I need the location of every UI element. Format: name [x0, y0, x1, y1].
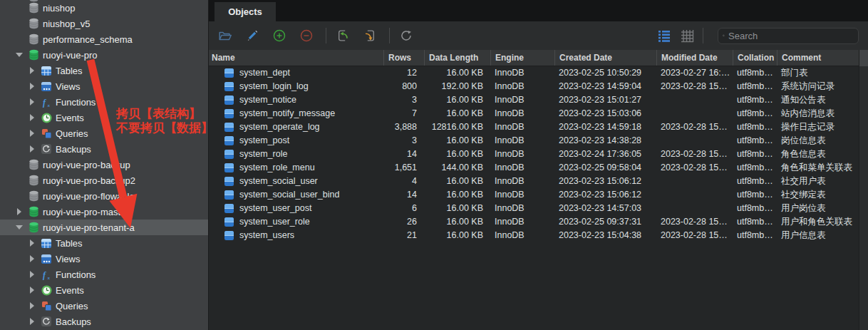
tree-item-queries[interactable]: Queries: [0, 125, 208, 141]
tab-objects[interactable]: Objects: [215, 2, 276, 21]
disclosure-collapsed-icon[interactable]: [29, 239, 36, 247]
table-row-system_role_menu[interactable]: system_role_menu1,651144.00 KBInnoDB2023…: [209, 161, 859, 175]
import-wizard-button[interactable]: [334, 26, 352, 45]
column-header-comment[interactable]: Comment: [777, 50, 859, 66]
column-header-rows[interactable]: Rows: [383, 50, 424, 66]
tree-item-ruoyi-vue-pro-tenant-a[interactable]: ruoyi-vue-pro-tenant-a: [0, 220, 208, 235]
database-green-icon: [28, 49, 39, 61]
table-row-system_operate_log[interactable]: system_operate_log3,88812816.00 KBInnoDB…: [209, 120, 859, 134]
cell-modified: [656, 134, 733, 148]
tree-item-label: performance_schema: [43, 34, 133, 45]
svg-text:x: x: [46, 275, 50, 280]
tree-item-ruoyi-vue-pro-backup[interactable]: ruoyi-vue-pro-backup: [0, 157, 208, 172]
tree-item-views[interactable]: Views: [0, 251, 208, 267]
tree-item-backups[interactable]: Backups: [0, 314, 208, 329]
queries-icon: [41, 300, 52, 311]
column-header-name[interactable]: Name: [209, 50, 383, 66]
disclosure-collapsed-icon[interactable]: [16, 208, 23, 215]
tree-item-ruoyi-vue-pro-backup2[interactable]: ruoyi-vue-pro-backup2: [0, 172, 208, 188]
cell-comment: 社交用户表: [777, 175, 859, 188]
cell-rows: 14: [383, 188, 424, 202]
table-row-system_notify_message[interactable]: system_notify_message716.00 KBInnoDB2023…: [209, 107, 859, 120]
cell-comment: 社交绑定表: [777, 188, 859, 202]
cell-engine: InnoDB: [490, 107, 554, 120]
table-name-label: system_notice: [239, 93, 296, 107]
disclosure-collapsed-icon[interactable]: [29, 302, 36, 309]
disclosure-collapsed-icon[interactable]: [29, 145, 36, 153]
search-input[interactable]: [725, 31, 854, 41]
refresh-button[interactable]: [397, 26, 415, 45]
disclosure-collapsed-icon[interactable]: [29, 255, 36, 262]
design-table-button[interactable]: [243, 26, 262, 45]
grid-view-button[interactable]: [678, 27, 696, 44]
tree-item-tables[interactable]: Tables: [0, 235, 208, 251]
tree-item-events[interactable]: Events: [0, 110, 208, 125]
disclosure-collapsed-icon[interactable]: [29, 83, 36, 90]
table-row-system_user_role[interactable]: system_user_role2616.00 KBInnoDB2023-02-…: [209, 215, 859, 229]
open-table-button[interactable]: [216, 26, 234, 45]
tree-item-niushop[interactable]: niushop: [0, 0, 208, 16]
tree-item-label: ruoyi-vue-pro: [43, 50, 98, 61]
tree-item-backups[interactable]: Backups: [0, 141, 208, 157]
table-row-system_dept[interactable]: system_dept1216.00 KBInnoDB2023-02-25 10…: [209, 66, 859, 80]
no-disclosure: [16, 20, 23, 27]
tree-item-views[interactable]: Views: [0, 78, 208, 94]
column-header-engine[interactable]: Engine: [490, 50, 554, 66]
column-header-modified[interactable]: Modified Date: [656, 50, 733, 66]
delete-table-button[interactable]: [297, 26, 316, 45]
search-box[interactable]: [718, 28, 859, 44]
cell-collation: utf8mb…: [733, 66, 777, 80]
tree-item-queries[interactable]: Queries: [0, 298, 208, 314]
new-table-button[interactable]: [270, 26, 289, 45]
tab-bar: Objects: [209, 0, 868, 21]
tree-item-label: Tables: [56, 66, 83, 76]
tree-item-label: ruoyi-vue-pro-flowable: [43, 191, 135, 202]
connection-tree: niushopniushop_v5performance_schemaruoyi…: [0, 0, 208, 329]
column-header-data_length[interactable]: Data Length: [424, 50, 490, 66]
disclosure-collapsed-icon[interactable]: [29, 114, 36, 121]
tree-item-events[interactable]: Events: [0, 282, 208, 298]
tree-item-ruoyi-vue-pro-flowable[interactable]: ruoyi-vue-pro-flowable: [0, 188, 208, 204]
tree-item-ruoyi-vue-pro-master[interactable]: ruoyi-vue-pro-master: [0, 204, 208, 220]
table-row-system_user_post[interactable]: system_user_post616.00 KBInnoDB2023-02-2…: [209, 202, 859, 215]
database-green-icon: [28, 206, 39, 217]
export-wizard-button[interactable]: [361, 26, 379, 45]
table-name-label: system_user_role: [239, 215, 310, 229]
cell-data_length: 16.00 KB: [424, 188, 490, 202]
table-row-system_role[interactable]: system_role1416.00 KBInnoDB2023-02-24 17…: [209, 148, 859, 161]
disclosure-collapsed-icon[interactable]: [29, 67, 36, 74]
disclosure-collapsed-icon[interactable]: [29, 98, 36, 105]
list-view-button[interactable]: [656, 27, 673, 44]
column-header-created[interactable]: Created Date: [554, 50, 656, 66]
disclosure-collapsed-icon[interactable]: [29, 130, 36, 137]
column-header-collation[interactable]: Collation: [733, 50, 777, 66]
no-disclosure: [16, 36, 23, 43]
disclosure-expanded-icon[interactable]: [16, 51, 23, 58]
tree-item-ruoyi-vue-pro[interactable]: ruoyi-vue-pro: [0, 47, 208, 63]
disclosure-collapsed-icon[interactable]: [29, 271, 36, 278]
no-disclosure: [16, 161, 23, 168]
tree-item-tables[interactable]: Tables: [0, 63, 208, 78]
minus-circle-icon: [299, 28, 314, 43]
tree-item-niushop-v5[interactable]: niushop_v5: [0, 16, 208, 31]
tree-item-functions[interactable]: fxFunctions: [0, 94, 208, 110]
cell-name: system_role_menu: [209, 161, 383, 175]
disclosure-expanded-icon[interactable]: [16, 224, 23, 231]
table-row-system_social_user[interactable]: system_social_user416.00 KBInnoDB2023-02…: [209, 175, 859, 188]
table-row-system_social_user_bind[interactable]: system_social_user_bind1416.00 KBInnoDB2…: [209, 188, 859, 202]
tree-item-label: Backups: [56, 316, 91, 327]
table-row-system_notice[interactable]: system_notice316.00 KBInnoDB2023-02-23 1…: [209, 93, 859, 107]
tree-item-performance-schema[interactable]: performance_schema: [0, 31, 208, 47]
disclosure-collapsed-icon[interactable]: [29, 318, 36, 325]
tree-item-functions[interactable]: fxFunctions: [0, 267, 208, 282]
disclosure-collapsed-icon[interactable]: [29, 287, 36, 294]
vertical-scrollbar[interactable]: [859, 50, 868, 330]
cell-created: 2023-02-23 14:59:18: [554, 120, 656, 134]
table-row-system_post[interactable]: system_post316.00 KBInnoDB2023-02-23 14:…: [209, 134, 859, 148]
cell-engine: InnoDB: [490, 66, 554, 80]
cell-data_length: 16.00 KB: [424, 66, 490, 80]
cell-engine: InnoDB: [490, 134, 554, 148]
table-row-system_login_log[interactable]: system_login_log800192.00 KBInnoDB2023-0…: [209, 80, 859, 93]
pencil-icon: [244, 28, 260, 43]
table-row-system_users[interactable]: system_users2116.00 KBInnoDB2023-02-23 1…: [209, 229, 859, 242]
